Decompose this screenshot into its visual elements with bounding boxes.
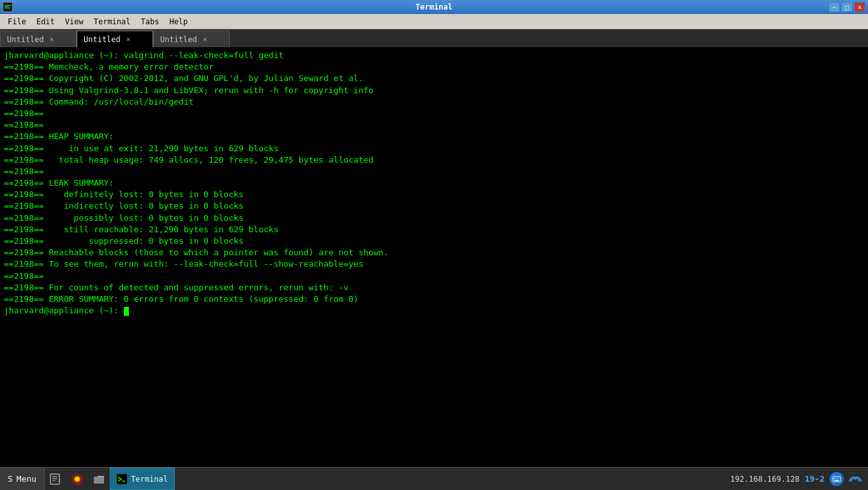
taskbar-ip: 192.168.169.128	[730, 475, 799, 484]
terminal-output[interactable]: jharvard@appliance (~): valgrind --leak-…	[0, 47, 868, 467]
terminal-line: ==2198==	[4, 119, 864, 131]
menu-view[interactable]: View	[60, 16, 89, 27]
tab-0-close[interactable]: ✕	[48, 34, 56, 44]
window-title: Terminal	[415, 3, 453, 11]
menu-tabs[interactable]: Tabs	[136, 16, 165, 27]
terminal-line: ==2198== suppressed: 0 bytes in 0 blocks	[4, 235, 864, 247]
close-button[interactable]: ×	[854, 2, 865, 12]
taskbar-icon-files[interactable]	[90, 470, 108, 488]
svg-rect-11	[94, 477, 104, 484]
tab-1-close[interactable]: ✕	[124, 34, 133, 44]
tab-0[interactable]: Untitled ✕	[0, 31, 77, 47]
taskbar-menu-button[interactable]: S Menu	[0, 468, 45, 490]
taskbar-icon-browser[interactable]	[68, 470, 86, 488]
terminal-line: ==2198== Command: /usr/local/bin/gedit	[4, 96, 864, 108]
app-icon	[3, 2, 13, 12]
menu-bar: File Edit View Terminal Tabs Help	[0, 14, 868, 29]
menu-icon: S	[8, 474, 13, 484]
maximize-button[interactable]: □	[841, 2, 853, 12]
menu-edit[interactable]: Edit	[31, 16, 60, 27]
svg-rect-2	[4, 6, 9, 7]
svg-point-10	[76, 477, 79, 480]
menu-help[interactable]: Help	[164, 16, 193, 27]
terminal-line: ==2198== total heap usage: 749 allocs, 1…	[4, 154, 864, 166]
tab-1[interactable]: Untitled ✕	[77, 31, 153, 47]
tab-1-label: Untitled	[84, 35, 121, 44]
svg-rect-3	[4, 8, 10, 8]
taskbar-terminal-label: Terminal	[131, 475, 168, 484]
terminal-line: ==2198==	[4, 108, 864, 119]
terminal-line: ==2198== Copyright (C) 2002-2012, and GN…	[4, 73, 864, 84]
terminal-line: ==2198==	[4, 271, 864, 282]
terminal-line: ==2198== Memcheck, a memory error detect…	[4, 61, 864, 73]
tabs-bar: Untitled ✕ Untitled ✕ Untitled ✕	[0, 29, 868, 47]
terminal-line: ==2198== definitely lost: 0 bytes in 0 b…	[4, 189, 864, 200]
title-bar-buttons: − □ ×	[828, 2, 865, 12]
tab-2[interactable]: Untitled ✕	[153, 31, 230, 47]
terminal-line: ==2198== still reachable: 21,290 bytes i…	[4, 224, 864, 235]
terminal-line: ==2198== LEAK SUMMARY:	[4, 177, 864, 189]
terminal-line: ==2198== Reachable blocks (those to whic…	[4, 247, 864, 258]
taskbar-right: 192.168.169.128 19-2	[724, 472, 868, 486]
menu-terminal[interactable]: Terminal	[89, 16, 136, 27]
terminal-line: ==2198== in use at exit: 21,290 bytes in…	[4, 143, 864, 154]
menu-label: Menu	[17, 474, 36, 484]
svg-rect-4	[50, 474, 59, 484]
terminal-line: ==2198== Using Valgrind-3.8.1 and LibVEX…	[4, 85, 864, 96]
terminal-line: ==2198==	[4, 166, 864, 177]
keyboard-icon[interactable]	[830, 472, 844, 486]
title-bar-left	[3, 2, 13, 12]
tab-2-close[interactable]: ✕	[201, 34, 209, 44]
tab-0-label: Untitled	[7, 35, 44, 44]
terminal-line: jharvard@appliance (~):	[4, 305, 864, 316]
minimize-button[interactable]: −	[828, 2, 840, 12]
svg-rect-14	[833, 477, 841, 482]
terminal-line: ==2198== possibly lost: 0 bytes in 0 blo…	[4, 212, 864, 224]
terminal-line: jharvard@appliance (~): valgrind --leak-…	[4, 50, 864, 61]
terminal-line: ==2198== For counts of detected and supp…	[4, 282, 864, 293]
taskbar-terminal-app[interactable]: Terminal	[110, 468, 175, 490]
title-bar: Terminal − □ ×	[0, 0, 868, 14]
taskbar-icon-edit[interactable]	[47, 470, 64, 488]
taskbar-pages: 19-2	[805, 474, 825, 484]
terminal-line: ==2198== To see them, rerun with: --leak…	[4, 258, 864, 270]
menu-file[interactable]: File	[3, 16, 31, 27]
terminal-line: ==2198== ERROR SUMMARY: 0 errors from 0 …	[4, 293, 864, 305]
svg-rect-1	[4, 5, 11, 6]
network-icon	[849, 473, 862, 485]
terminal-line: ==2198== indirectly lost: 0 bytes in 0 b…	[4, 200, 864, 212]
tab-2-label: Untitled	[160, 35, 197, 44]
terminal-line: ==2198== HEAP SUMMARY:	[4, 131, 864, 142]
taskbar: S Menu Terminal 192.168.169	[0, 467, 868, 490]
terminal-cursor	[124, 307, 129, 316]
